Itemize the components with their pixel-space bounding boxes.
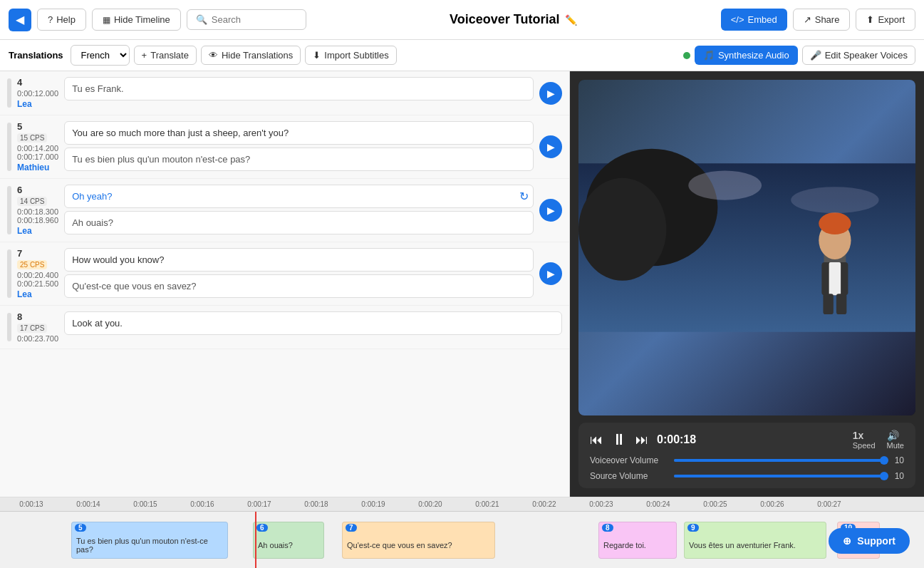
embed-icon: </> [731,14,744,25]
share-button[interactable]: ↗ Share [793,9,851,31]
svg-point-10 [688,171,762,200]
drag-handle[interactable] [7,186,11,234]
ruler-tick: 0:00:18 [288,500,345,508]
clip-text: Vous êtes un aventurier Frank. [689,541,796,549]
speed-mute: 1x Speed 🔊 Mute [853,430,904,450]
language-select[interactable]: French [71,45,130,66]
synthesize-button[interactable]: 🎵 Synthesize Audio [695,46,798,65]
voiceover-slider[interactable] [674,459,884,462]
video-scene [578,80,915,415]
clip-id: 6 [256,524,268,532]
ruler-tick: 0:00:13 [3,500,60,508]
item-num-col: 4 0:00:12.000 Lea [17,77,58,109]
support-icon: ⊕ [843,535,851,547]
fast-forward-button[interactable]: ⏭ [635,433,648,448]
clip-text: Qu'est-ce que vous en savez? [347,541,452,549]
help-label: Help [56,14,76,25]
subtitle-item: 6 14 CPS 0:00:18.3000:00:18.960 Lea Oh y… [0,179,569,242]
drag-handle[interactable] [7,123,11,171]
ruler-tick: 0:00:14 [60,500,117,508]
clip-id: 5 [75,524,86,532]
text-box-original[interactable]: You are so much more than just a sheep, … [64,121,534,145]
speed-control[interactable]: 1x Speed [853,430,876,450]
text-box-translation[interactable]: Ah ouais? [64,211,534,234]
back-icon: ◀ [16,13,24,26]
timeline-clip[interactable]: 6Ah ouais? [253,522,324,559]
help-button[interactable]: ? Help [37,9,86,31]
timeline-clip[interactable]: 7Qu'est-ce que vous en savez? [342,522,495,559]
play-button[interactable]: ▶ [539,135,562,158]
ruler-tick: 0:00:23 [573,500,630,508]
subtitle-list: 4 0:00:12.000 Lea Tu es Frank. ▶ 5 15 CP… [0,71,570,497]
text-box-original[interactable]: Oh yeah? ↻ [64,185,534,208]
text-box-translation[interactable]: Tu es Frank. [64,77,534,100]
ruler-tick: 0:00:25 [687,500,744,508]
drag-handle[interactable] [7,249,11,298]
source-thumb [880,472,888,480]
page-title: Voiceover Tutorial ✏️ [312,12,715,27]
ruler-tick: 0:00:27 [801,500,858,508]
hide-translations-button[interactable]: 👁 Hide Translations [201,46,301,65]
refresh-icon[interactable]: ↻ [519,190,529,203]
drag-handle[interactable] [7,313,11,341]
mute-control[interactable]: 🔊 Mute [887,430,904,450]
item-texts: How would you know? Qu'est-ce que vous e… [64,248,534,298]
hide-trans-icon: 👁 [209,50,218,61]
play-button[interactable]: ▶ [539,262,562,285]
hide-timeline-label: Hide Timeline [114,14,170,25]
export-icon: ⬆ [866,14,874,25]
source-value: 10 [890,471,904,481]
edit-icon[interactable]: ✏️ [565,14,577,26]
ruler-tick: 0:00:21 [459,500,516,508]
svg-rect-9 [836,294,846,314]
search-input[interactable] [212,14,297,25]
subtitle-item: 7 25 CPS 0:00:20.4000:00:21.500 Lea How … [0,242,569,306]
subtitle-item: 5 15 CPS 0:00:14.2000:00:17.000 Mathieu … [0,115,569,179]
synthesize-label: Synthesize Audio [718,50,789,61]
title-text: Voiceover Tutorial [450,12,559,27]
export-label: Export [878,14,905,25]
drag-handle[interactable] [7,78,11,108]
source-label: Source Volume [590,471,668,481]
hide-timeline-button[interactable]: ▦ Hide Timeline [92,9,181,31]
voiceover-thumb [880,456,888,465]
timeline-clip[interactable]: 9Vous êtes un aventurier Frank. [684,522,826,559]
back-button[interactable]: ◀ [9,9,31,31]
ruler-tick: 0:00:15 [117,500,174,508]
text-box-original[interactable]: Look at you. [64,311,562,335]
play-button[interactable]: ▶ [539,82,562,105]
text-box-translation[interactable]: Tu es bien plus qu'un mouton n'est-ce pa… [64,148,534,171]
item-texts: You are so much more than just a sheep, … [64,121,534,171]
timeline-clip[interactable]: 8Regarde toi. [598,522,677,559]
mute-icon: 🔊 [887,430,904,441]
text-box-translation[interactable]: Qu'est-ce que vous en savez? [64,274,534,298]
translate-icon: + [142,50,147,61]
export-button[interactable]: ⬆ Export [856,9,915,31]
rewind-button[interactable]: ⏮ [590,433,603,448]
edit-speaker-button[interactable]: 🎤 Edit Speaker Voices [802,46,915,65]
player-controls: ⏮ ⏸ ⏭ 0:00:18 1x Speed 🔊 Mute Voiceover … [578,423,915,488]
embed-button[interactable]: </> Embed [721,9,787,31]
timeline-clip[interactable]: 5Tu es bien plus qu'un mouton n'est-ce p… [71,522,228,559]
timeline-icon: ▦ [103,15,110,25]
translate-button[interactable]: + Translate [134,46,197,65]
import-subtitles-button[interactable]: ⬇ Import Subtitles [305,46,396,65]
support-label: Support [857,535,896,547]
speed-label: Speed [853,441,876,450]
item-num-col: 6 14 CPS 0:00:18.3000:00:18.960 Lea [17,185,58,236]
source-volume-row: Source Volume 10 [590,471,904,481]
play-button[interactable]: ▶ [539,199,562,222]
item-texts: Oh yeah? ↻ Ah ouais? [64,185,534,234]
search-bar: 🔍 [187,9,306,30]
share-label: Share [815,14,840,25]
support-button[interactable]: ⊕ Support [829,528,910,554]
text-box-original[interactable]: How would you know? [64,248,534,272]
ruler-tick: 0:00:26 [744,500,801,508]
ruler-tick: 0:00:20 [402,500,459,508]
play-pause-button[interactable]: ⏸ [611,430,627,449]
svg-point-5 [819,212,851,234]
ruler-tick: 0:00:17 [231,500,288,508]
hide-translations-label: Hide Translations [222,50,293,61]
translations-label: Translations [9,50,63,61]
source-slider[interactable] [674,475,884,477]
